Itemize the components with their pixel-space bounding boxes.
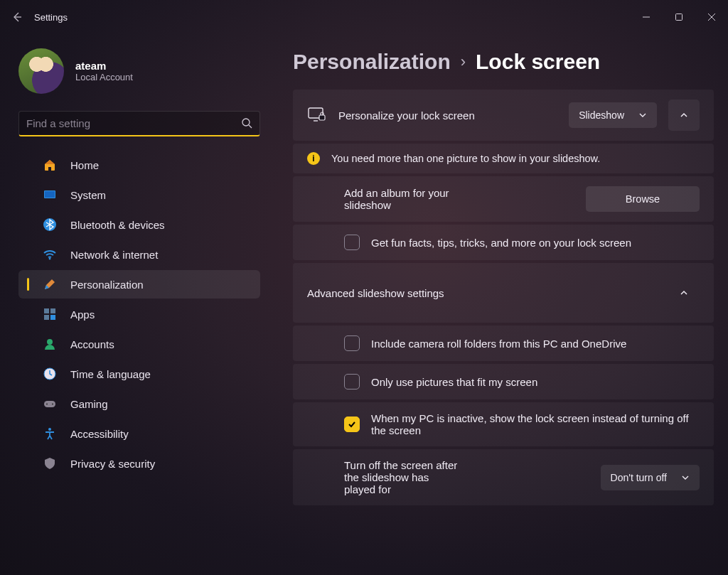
nav-label: Privacy & security [70,458,155,470]
nav-bluetooth[interactable]: Bluetooth & devices [18,210,260,239]
nav-accounts[interactable]: Accounts [18,330,260,358]
monitor-lock-icon [307,107,327,123]
search-icon [241,117,252,129]
nav-apps[interactable]: Apps [18,300,260,328]
svg-point-14 [46,404,48,405]
nav-label: Home [70,159,99,171]
maximize-icon [675,13,683,21]
nav-system[interactable]: System [18,181,260,209]
personalize-select[interactable]: Slideshow [569,102,657,128]
svg-point-5 [49,258,51,260]
accounts-icon [42,336,58,352]
privacy-icon [42,456,58,471]
fit-screen-checkbox[interactable] [344,374,360,389]
advanced-expander[interactable] [668,277,700,308]
search-input[interactable] [26,117,235,129]
window-title: Settings [34,12,68,23]
breadcrumb: Personalization › Lock screen [293,50,714,74]
svg-rect-18 [319,115,325,120]
close-icon [707,13,716,21]
funfacts-checkbox[interactable] [344,235,360,250]
breadcrumb-current: Lock screen [476,50,600,74]
nav-personalization[interactable]: Personalization [18,270,260,299]
check-icon [347,419,357,429]
browse-label: Browse [626,193,660,205]
add-album-label: Add an album for your slideshow [344,187,454,211]
nav-label: Bluetooth & devices [70,219,165,231]
funfacts-label: Get fun facts, tips, tricks, and more on… [371,237,700,249]
personalization-icon [42,276,58,292]
advanced-settings-header[interactable]: Advanced slideshow settings [293,263,714,323]
browse-button[interactable]: Browse [586,186,700,212]
nav-label: Network & internet [70,249,158,261]
svg-rect-9 [50,315,55,320]
camera-roll-row[interactable]: Include camera roll folders from this PC… [293,326,714,361]
svg-point-1 [242,119,250,126]
bluetooth-icon [42,217,58,232]
turnoff-select[interactable]: Don't turn off [601,465,700,490]
personalize-label: Personalize your lock screen [338,109,557,122]
nav-label: Time & language [70,368,151,380]
svg-rect-7 [50,308,55,313]
svg-point-16 [48,428,51,431]
nav-accessibility[interactable]: Accessibility [18,419,260,448]
chevron-right-icon: › [461,53,466,71]
warning-text: You need more than one picture to show i… [331,153,700,164]
nav-label: Gaming [70,398,108,410]
turnoff-label: Turn off the screen after the slideshow … [344,459,461,495]
nav-label: Personalization [70,279,144,291]
nav-label: Apps [70,308,95,321]
accessibility-icon [42,426,58,441]
svg-rect-13 [44,401,55,407]
avatar [18,48,64,94]
nav-label: Accessibility [70,428,129,440]
chevron-up-icon [679,110,689,120]
minimize-button[interactable] [630,4,663,30]
profile-name: ateam [75,60,133,72]
svg-rect-8 [44,315,49,320]
home-icon [42,157,58,173]
info-icon: i [307,152,320,165]
system-icon [42,187,58,203]
nav-gaming[interactable]: Gaming [18,389,260,418]
nav-network[interactable]: Network & internet [18,240,260,269]
slideshow-warning-row: i You need more than one picture to show… [293,144,714,173]
add-album-row: Add an album for your slideshow Browse [293,176,714,222]
svg-rect-0 [676,14,682,21]
breadcrumb-parent[interactable]: Personalization [293,50,451,74]
personalize-lockscreen-row[interactable]: Personalize your lock screen Slideshow [293,90,714,141]
svg-rect-3 [45,191,55,198]
personalize-expander[interactable] [668,100,700,131]
fit-screen-row[interactable]: Only use pictures that fit my screen [293,364,714,399]
svg-rect-6 [44,308,49,313]
fit-screen-label: Only use pictures that fit my screen [371,376,700,388]
search-box[interactable] [18,111,260,136]
profile-block[interactable]: ateam Local Account [18,48,260,94]
svg-point-15 [52,404,53,405]
minimize-icon [642,13,651,21]
nav-time[interactable]: Time & language [18,360,260,388]
chevron-down-icon [638,111,647,119]
personalize-value: Slideshow [579,109,624,121]
close-button[interactable] [695,4,728,30]
inactive-label: When my PC is inactive, show the lock sc… [371,412,700,436]
back-arrow-icon [11,11,23,23]
network-icon [42,247,58,262]
inactive-checkbox[interactable] [344,417,360,432]
camera-roll-label: Include camera roll folders from this PC… [371,338,700,350]
funfacts-row[interactable]: Get fun facts, tips, tricks, and more on… [293,225,714,260]
time-icon [42,366,58,382]
advanced-label: Advanced slideshow settings [307,287,657,299]
maximize-button[interactable] [663,4,695,30]
back-button[interactable] [0,0,34,34]
nav-label: System [70,189,106,201]
inactive-row[interactable]: When my PC is inactive, show the lock sc… [293,402,714,446]
camera-roll-checkbox[interactable] [344,335,360,351]
nav-home[interactable]: Home [18,151,260,179]
svg-point-10 [47,339,53,345]
chevron-down-icon [681,473,690,482]
chevron-up-icon [679,288,689,298]
profile-subtitle: Local Account [75,72,133,82]
apps-icon [42,306,58,322]
nav-privacy[interactable]: Privacy & security [18,449,260,478]
